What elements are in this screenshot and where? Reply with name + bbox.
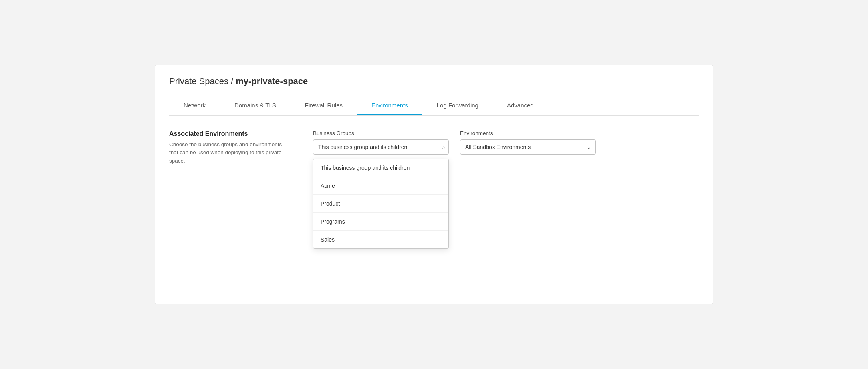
environments-label: Environments [460, 130, 596, 136]
tab-network[interactable]: Network [169, 96, 220, 115]
breadcrumb: Private Spaces / my-private-space [169, 76, 699, 87]
business-groups-label: Business Groups [313, 130, 449, 136]
section-title: Associated Environments [169, 130, 289, 137]
dropdown-item-3[interactable]: Programs [313, 213, 448, 231]
breadcrumb-bold: my-private-space [236, 76, 308, 86]
tab-environments[interactable]: Environments [357, 96, 422, 115]
business-groups-input-wrapper: ⌕ [313, 139, 449, 155]
dropdown-item-2[interactable]: Product [313, 195, 448, 213]
environments-select[interactable]: All Sandbox EnvironmentsAll Production E… [460, 139, 596, 155]
dropdown-item-4[interactable]: Sales [313, 231, 448, 248]
environments-select-wrapper: All Sandbox EnvironmentsAll Production E… [460, 139, 596, 155]
business-groups-dropdown: This business group and its children Acm… [313, 159, 449, 249]
content-area: Associated Environments Choose the busin… [155, 116, 713, 263]
business-groups-field: Business Groups ⌕ This business group an… [313, 130, 449, 249]
main-card: Private Spaces / my-private-space Networ… [155, 65, 713, 304]
breadcrumb-prefix: Private Spaces / [169, 76, 236, 86]
right-panel: Business Groups ⌕ This business group an… [313, 130, 699, 249]
tab-advanced[interactable]: Advanced [493, 96, 548, 115]
section-description: Choose the business groups and environme… [169, 141, 289, 165]
environments-field: Environments All Sandbox EnvironmentsAll… [460, 130, 596, 155]
tab-domains-tls[interactable]: Domains & TLS [220, 96, 291, 115]
dropdown-item-0[interactable]: This business group and its children [313, 159, 448, 177]
tab-log-forwarding[interactable]: Log Forwarding [422, 96, 493, 115]
tabs-bar: Network Domains & TLS Firewall Rules Env… [169, 96, 699, 116]
page-header: Private Spaces / my-private-space Networ… [155, 65, 713, 116]
tab-firewall-rules[interactable]: Firewall Rules [291, 96, 357, 115]
dropdown-item-1[interactable]: Acme [313, 177, 448, 195]
business-groups-input[interactable] [313, 139, 449, 155]
left-panel: Associated Environments Choose the busin… [169, 130, 289, 249]
